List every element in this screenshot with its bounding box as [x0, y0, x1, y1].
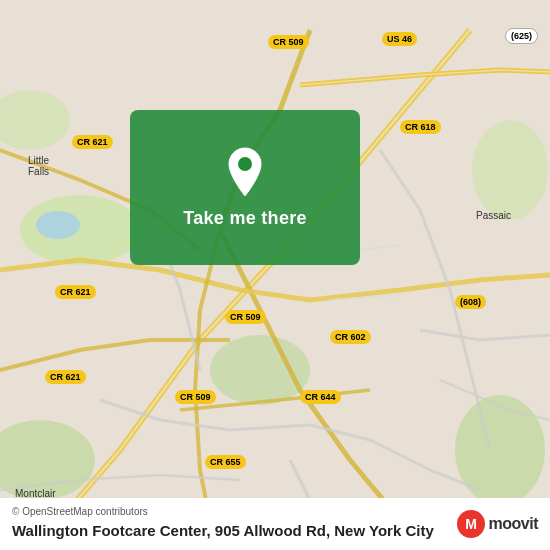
svg-point-7: [238, 157, 252, 171]
svg-point-3: [455, 395, 545, 505]
route-badge-cr509-bot: CR 509: [175, 390, 216, 404]
route-badge-cr621-1: CR 621: [72, 135, 113, 149]
svg-point-2: [210, 335, 310, 405]
take-me-there-label: Take me there: [183, 208, 307, 229]
route-badge-cr621-3: CR 621: [45, 370, 86, 384]
route-badge-cr655: CR 655: [205, 455, 246, 469]
route-badge-cr621-2: CR 621: [55, 285, 96, 299]
bottom-bar: © OpenStreetMap contributors Wallington …: [0, 498, 550, 551]
route-badge-cr618: CR 618: [400, 120, 441, 134]
moovit-icon: M: [457, 510, 485, 538]
svg-point-5: [0, 90, 70, 150]
route-badge-608: (608): [455, 295, 486, 309]
location-pin-icon: [224, 146, 266, 198]
route-badge-cr644: CR 644: [300, 390, 341, 404]
take-me-there-button[interactable]: Take me there: [130, 110, 360, 265]
svg-point-6: [36, 211, 80, 239]
map-roads-svg: [0, 0, 550, 550]
moovit-text: moovit: [489, 515, 538, 533]
map-container: US 46 CR 509 CR 618 CR 621 CR 621 CR 621…: [0, 0, 550, 550]
moovit-logo: M moovit: [457, 510, 538, 538]
route-badge-625: (625): [505, 28, 538, 44]
route-badge-cr509-top: CR 509: [268, 35, 309, 49]
svg-point-4: [472, 120, 548, 220]
route-badge-cr509-mid: CR 509: [225, 310, 266, 324]
svg-text:M: M: [465, 516, 477, 532]
route-badge-us46: US 46: [382, 32, 417, 46]
route-badge-cr602: CR 602: [330, 330, 371, 344]
